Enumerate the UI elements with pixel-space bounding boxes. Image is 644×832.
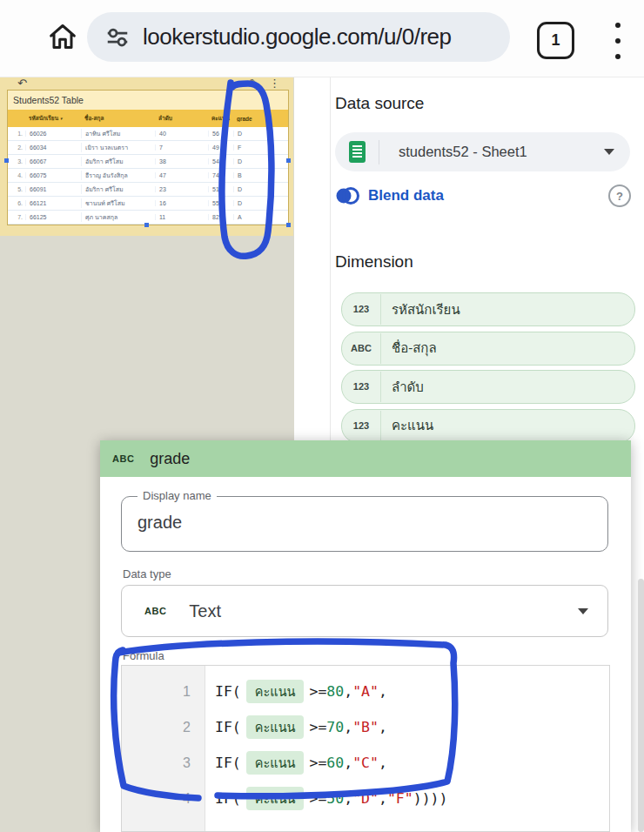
field-reference-chip: คะแนน [246,715,305,739]
resize-handle-bottom[interactable] [144,223,149,227]
table-cell: F [233,144,288,151]
undo-icon[interactable]: ↶ [17,77,27,89]
field-type-badge: 123 [342,411,381,441]
table-cell: 54 [208,158,233,164]
table-cell: 38 [155,158,208,164]
table-cell: 82 [208,214,233,220]
code-token: , [344,755,352,771]
field-reference-chip: คะแนน [246,751,305,775]
field-reference-chip: คะแนน [246,680,305,703]
formula-code: IF(คะแนน>=50,"D","F")))) [205,787,447,810]
code-token: , [379,719,387,735]
table-cell: 23 [155,186,208,192]
table-cell: 66121 [25,200,81,206]
formula-code: IF(คะแนน>=80,"A", [205,680,387,703]
display-name-value[interactable]: grade [138,513,607,533]
code-token: IF( [215,719,241,735]
table-cell: 66075 [25,172,81,178]
table-cell: 55 [208,200,233,206]
formula-editor[interactable]: 1IF(คะแนน>=80,"A",2IF(คะแนน>=70,"B",3IF(… [121,665,610,832]
code-token: >= [309,719,326,735]
data-type-label: Data type [123,567,171,580]
formula-code: IF(คะแนน>=60,"C", [205,751,387,775]
home-icon[interactable] [45,19,80,54]
data-type-badge: ABC [144,606,166,616]
data-source-name: students52 - Sheet1 [399,144,604,160]
table-cell: อาทิน ศรีโสม [81,129,155,138]
line-number: 2 [122,720,205,735]
resize-handle-corner[interactable] [286,223,291,227]
line-number: 3 [122,755,205,771]
field-name: grade [150,450,190,468]
table-cell: 2. [8,144,25,151]
table-cell: ธีราญ อันรังสิกุล [81,171,155,180]
table-title: Students52 Table [8,91,288,110]
table-cell: 11 [155,214,208,220]
browser-menu-button[interactable] [614,21,622,61]
display-name-field[interactable]: Display name grade [121,496,608,552]
column-header: คะแนน [208,114,233,123]
line-number: 4 [122,791,205,807]
sheets-icon [349,141,366,163]
table-cell: 40 [155,131,208,137]
students-table-chart[interactable]: Students52 Table รหัสนักเรียน▾ชื่อ-สกุลล… [7,90,289,225]
code-token: IF( [215,683,241,700]
table-cell: 56 [208,131,233,137]
code-token: 60 [326,755,344,771]
dimension-field-chip[interactable]: 123รหัสนักเรียน [341,292,635,326]
code-token: "A" [352,683,379,700]
code-token: "B" [352,719,379,735]
formula-line: 3IF(คะแนน>=60,"C", [122,745,609,781]
table-cell: D [233,131,288,137]
blend-icon [335,185,359,206]
chart-menu-icon[interactable]: ⋮ [269,77,280,89]
dimension-field-chip[interactable]: 123ลำดับ [341,370,635,404]
table-cell: B [233,172,288,178]
tab-switcher-button[interactable]: 1 [537,22,574,59]
resize-handle-left[interactable] [4,158,9,163]
sort-caret-icon: ▾ [58,116,63,121]
blend-data-button[interactable]: Blend data [335,183,444,209]
help-icon[interactable]: ? [608,185,631,207]
code-token: IF( [215,790,241,807]
table-cell: 4. [8,172,25,178]
code-token: "F" [387,790,413,807]
column-header: รหัสนักเรียน▾ [25,114,81,123]
panel-scrollbar[interactable] [638,579,644,832]
code-token: >= [309,790,326,807]
data-type-value: Text [189,601,578,621]
dimension-field-chip[interactable]: 123คะแนน [341,409,635,443]
site-settings-icon[interactable] [104,24,131,50]
table-cell: D [233,158,288,164]
table-row: 3.66067อัมริกา ศรีโสม3854D [8,155,288,169]
table-cell: 66034 [25,144,81,151]
table-cell: 5. [8,186,25,192]
table-cell: 66091 [25,186,81,192]
code-token: , [379,790,387,807]
resize-handle-right[interactable] [286,158,291,163]
field-label: ชื่อ-สกุล [392,338,437,359]
data-type-select[interactable]: ABC Text [121,585,608,637]
table-cell: 7. [8,214,25,220]
column-header: ลำดับ [155,114,208,123]
code-token: 70 [326,719,344,735]
field-editor-dialog: ABC grade Display name grade Data type A… [100,440,631,832]
code-token: "C" [352,755,379,771]
table-cell: 66125 [25,214,81,220]
table-cell: 47 [155,172,208,178]
dimension-field-chip[interactable]: ABCชื่อ-สกุล [341,332,635,366]
formula-line: 1IF(คะแนน>=80,"A", [122,674,609,709]
field-type-badge: ABC [342,333,381,364]
table-cell: อัมริกา ศรีโสม [81,185,155,194]
edit-pencil-icon[interactable]: ✎ [249,77,258,89]
url-bar[interactable]: lookerstudio.google.com/u/0/rep [87,12,510,62]
chevron-down-icon[interactable] [604,149,614,155]
formula-line: 4IF(คะแนน>=50,"D","F")))) [122,781,609,816]
tab-count: 1 [551,31,560,50]
field-editor-header: ABC grade [100,440,631,477]
table-row: 4.66075ธีราญ อันรังสิกุล4774B [8,169,288,183]
chevron-down-icon[interactable] [578,608,588,614]
table-cell: ศุภ นาคสกุล [81,212,155,222]
data-source-selector[interactable]: students52 - Sheet1 [335,132,630,171]
code-token: 80 [326,683,344,700]
